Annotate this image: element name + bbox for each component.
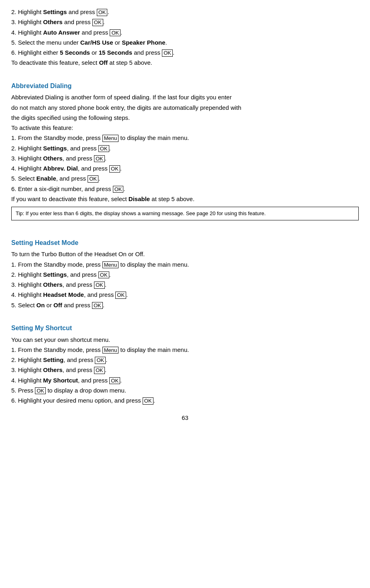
- step-line: 6. Enter a six-digit number, and press O…: [11, 184, 359, 193]
- ok-button-label: OK: [98, 145, 109, 152]
- abbrev-desc: do not match any stored phone book entry…: [11, 103, 359, 112]
- step-line: 2. Highlight Setting, and press OK.: [11, 355, 359, 364]
- headset-desc: To turn the Turbo Button of the Headset …: [11, 249, 359, 259]
- ok-button-label: OK: [97, 9, 108, 16]
- step-line: If you want to deactivate this feature, …: [11, 194, 359, 204]
- ok-button-label: OK: [109, 165, 120, 173]
- abbrev-desc: the digits specified using the following…: [11, 113, 359, 122]
- step-line: 4. Highlight Headset Mode, and press OK.: [11, 290, 359, 299]
- ok-button-label: OK: [88, 175, 98, 183]
- step-line: 1. From the Standby mode, press Menu to …: [11, 345, 359, 354]
- step-line: 5. Select the menu under Car/HS Use or S…: [11, 38, 359, 47]
- step-line: 1. From the Standby mode, press Menu to …: [11, 260, 359, 269]
- ok-button-label: OK: [35, 387, 46, 395]
- ok-button-label: OK: [110, 29, 121, 37]
- step-line: 5. Press OK to display a drop down menu.: [11, 386, 359, 395]
- step-line: 4. Highlight My Shortcut, and press OK.: [11, 376, 359, 385]
- step-line: 1. From the Standby mode, press Menu to …: [11, 133, 359, 142]
- auto-answer-steps: 2. Highlight Settings and press OK. 3. H…: [11, 7, 359, 68]
- step-line: 3. Highlight Others, and press OK.: [11, 365, 359, 374]
- my-shortcut-section: Setting My Shortcut You can set your own…: [11, 323, 359, 405]
- step-line: 3. Highlight Others, and press OK.: [11, 280, 359, 289]
- menu-button-label: Menu: [102, 135, 119, 142]
- ok-button-label: OK: [162, 49, 173, 57]
- headset-mode-title: Setting Headset Mode: [11, 238, 359, 248]
- ok-button-label: OK: [95, 357, 106, 364]
- step-line: 6. Highlight either 5 Seconds or 15 Seco…: [11, 48, 359, 57]
- step-line: 4. Highlight Auto Answer and press OK.: [11, 28, 359, 37]
- ok-button-label: OK: [92, 19, 103, 26]
- ok-button-label: OK: [143, 397, 153, 405]
- step-line: 2. Highlight Settings, and press OK.: [11, 270, 359, 279]
- ok-button-label: OK: [98, 271, 109, 279]
- ok-button-label: OK: [113, 186, 124, 193]
- page-number: 63: [11, 413, 359, 422]
- step-line: 4. Highlight Abbrev. Dial, and press OK.: [11, 164, 359, 173]
- step-line: 3. Highlight Others and press OK.: [11, 17, 359, 27]
- abbreviated-dialing-title: Abbreviated Dialing: [11, 81, 359, 91]
- tip-text: Tip: If you enter less than 6 digits, th…: [16, 210, 266, 216]
- ok-button-label: OK: [94, 282, 105, 289]
- ok-button-label: OK: [94, 155, 105, 162]
- step-line: 6. Highlight your desired menu option, a…: [11, 396, 359, 405]
- abbreviated-dialing-section: Abbreviated Dialing Abbreviated Dialing …: [11, 81, 359, 220]
- my-shortcut-title: Setting My Shortcut: [11, 323, 359, 333]
- menu-button-label: Menu: [102, 261, 119, 269]
- menu-button-label: Menu: [102, 347, 119, 354]
- abbrev-desc: Abbreviated Dialing is another form of s…: [11, 93, 359, 102]
- step-line: 5. Select On or Off and press OK.: [11, 300, 359, 310]
- tip-box: Tip: If you enter less than 6 digits, th…: [11, 207, 359, 220]
- step-line: 2. Highlight Settings, and press OK.: [11, 144, 359, 153]
- ok-button-label: OK: [94, 367, 105, 374]
- abbrev-activate: To activate this feature:: [11, 123, 359, 132]
- ok-button-label: OK: [92, 302, 103, 309]
- ok-button-label: OK: [115, 292, 126, 299]
- headset-mode-section: Setting Headset Mode To turn the Turbo B…: [11, 238, 359, 310]
- step-line: 2. Highlight Settings and press OK.: [11, 7, 359, 16]
- ok-button-label: OK: [109, 377, 120, 384]
- step-line: 3. Highlight Others, and press OK.: [11, 154, 359, 163]
- shortcut-desc: You can set your own shortcut menu.: [11, 335, 359, 344]
- step-line: To deactivate this feature, select Off a…: [11, 58, 359, 67]
- step-line: 5. Select Enable, and press OK.: [11, 174, 359, 183]
